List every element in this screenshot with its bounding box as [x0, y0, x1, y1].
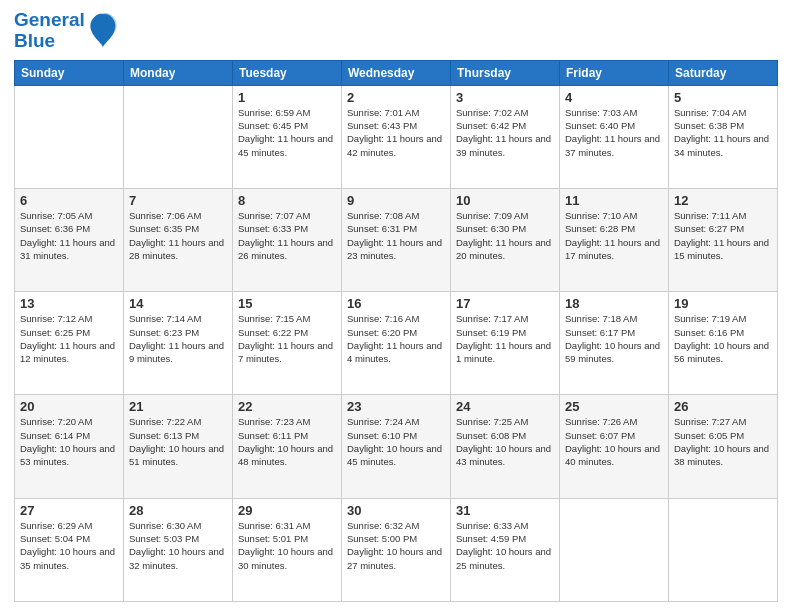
day-info: Sunrise: 7:05 AM Sunset: 6:36 PM Dayligh…	[20, 209, 118, 262]
logo: General Blue	[14, 10, 119, 52]
day-number: 16	[347, 296, 445, 311]
calendar-empty-cell	[124, 85, 233, 188]
calendar-week-row: 20Sunrise: 7:20 AM Sunset: 6:14 PM Dayli…	[15, 395, 778, 498]
calendar-day-cell: 16Sunrise: 7:16 AM Sunset: 6:20 PM Dayli…	[342, 292, 451, 395]
day-number: 7	[129, 193, 227, 208]
logo-general: General	[14, 10, 85, 31]
day-number: 6	[20, 193, 118, 208]
day-number: 31	[456, 503, 554, 518]
day-info: Sunrise: 7:03 AM Sunset: 6:40 PM Dayligh…	[565, 106, 663, 159]
day-info: Sunrise: 7:01 AM Sunset: 6:43 PM Dayligh…	[347, 106, 445, 159]
calendar-day-cell: 7Sunrise: 7:06 AM Sunset: 6:35 PM Daylig…	[124, 189, 233, 292]
day-number: 11	[565, 193, 663, 208]
calendar-header-row: SundayMondayTuesdayWednesdayThursdayFrid…	[15, 60, 778, 85]
day-number: 26	[674, 399, 772, 414]
day-info: Sunrise: 7:19 AM Sunset: 6:16 PM Dayligh…	[674, 312, 772, 365]
day-info: Sunrise: 7:08 AM Sunset: 6:31 PM Dayligh…	[347, 209, 445, 262]
day-number: 1	[238, 90, 336, 105]
day-number: 24	[456, 399, 554, 414]
calendar-day-cell: 12Sunrise: 7:11 AM Sunset: 6:27 PM Dayli…	[669, 189, 778, 292]
calendar-empty-cell	[15, 85, 124, 188]
page-header: General Blue	[14, 10, 778, 52]
calendar-day-cell: 8Sunrise: 7:07 AM Sunset: 6:33 PM Daylig…	[233, 189, 342, 292]
day-number: 17	[456, 296, 554, 311]
day-info: Sunrise: 6:33 AM Sunset: 4:59 PM Dayligh…	[456, 519, 554, 572]
calendar-day-cell: 21Sunrise: 7:22 AM Sunset: 6:13 PM Dayli…	[124, 395, 233, 498]
calendar-day-header: Sunday	[15, 60, 124, 85]
calendar-day-cell: 9Sunrise: 7:08 AM Sunset: 6:31 PM Daylig…	[342, 189, 451, 292]
day-number: 3	[456, 90, 554, 105]
day-info: Sunrise: 6:32 AM Sunset: 5:00 PM Dayligh…	[347, 519, 445, 572]
calendar-empty-cell	[560, 498, 669, 601]
calendar-day-cell: 11Sunrise: 7:10 AM Sunset: 6:28 PM Dayli…	[560, 189, 669, 292]
day-number: 5	[674, 90, 772, 105]
calendar-table: SundayMondayTuesdayWednesdayThursdayFrid…	[14, 60, 778, 602]
calendar-day-cell: 18Sunrise: 7:18 AM Sunset: 6:17 PM Dayli…	[560, 292, 669, 395]
calendar-day-header: Tuesday	[233, 60, 342, 85]
day-number: 30	[347, 503, 445, 518]
day-number: 13	[20, 296, 118, 311]
day-info: Sunrise: 7:14 AM Sunset: 6:23 PM Dayligh…	[129, 312, 227, 365]
day-number: 22	[238, 399, 336, 414]
calendar-day-cell: 28Sunrise: 6:30 AM Sunset: 5:03 PM Dayli…	[124, 498, 233, 601]
calendar-day-cell: 20Sunrise: 7:20 AM Sunset: 6:14 PM Dayli…	[15, 395, 124, 498]
day-info: Sunrise: 6:29 AM Sunset: 5:04 PM Dayligh…	[20, 519, 118, 572]
logo-icon	[87, 12, 119, 50]
day-number: 14	[129, 296, 227, 311]
day-number: 10	[456, 193, 554, 208]
day-info: Sunrise: 6:59 AM Sunset: 6:45 PM Dayligh…	[238, 106, 336, 159]
day-number: 29	[238, 503, 336, 518]
calendar-day-cell: 17Sunrise: 7:17 AM Sunset: 6:19 PM Dayli…	[451, 292, 560, 395]
day-info: Sunrise: 7:20 AM Sunset: 6:14 PM Dayligh…	[20, 415, 118, 468]
calendar-day-header: Monday	[124, 60, 233, 85]
day-number: 8	[238, 193, 336, 208]
calendar-week-row: 6Sunrise: 7:05 AM Sunset: 6:36 PM Daylig…	[15, 189, 778, 292]
day-number: 9	[347, 193, 445, 208]
calendar-week-row: 27Sunrise: 6:29 AM Sunset: 5:04 PM Dayli…	[15, 498, 778, 601]
day-number: 4	[565, 90, 663, 105]
calendar-day-cell: 24Sunrise: 7:25 AM Sunset: 6:08 PM Dayli…	[451, 395, 560, 498]
day-info: Sunrise: 7:09 AM Sunset: 6:30 PM Dayligh…	[456, 209, 554, 262]
calendar-day-cell: 10Sunrise: 7:09 AM Sunset: 6:30 PM Dayli…	[451, 189, 560, 292]
day-number: 21	[129, 399, 227, 414]
day-info: Sunrise: 7:17 AM Sunset: 6:19 PM Dayligh…	[456, 312, 554, 365]
calendar-day-cell: 14Sunrise: 7:14 AM Sunset: 6:23 PM Dayli…	[124, 292, 233, 395]
calendar-day-header: Thursday	[451, 60, 560, 85]
day-info: Sunrise: 7:23 AM Sunset: 6:11 PM Dayligh…	[238, 415, 336, 468]
day-number: 28	[129, 503, 227, 518]
calendar-day-cell: 5Sunrise: 7:04 AM Sunset: 6:38 PM Daylig…	[669, 85, 778, 188]
day-number: 25	[565, 399, 663, 414]
calendar-day-header: Saturday	[669, 60, 778, 85]
day-number: 12	[674, 193, 772, 208]
calendar-day-cell: 29Sunrise: 6:31 AM Sunset: 5:01 PM Dayli…	[233, 498, 342, 601]
day-info: Sunrise: 7:07 AM Sunset: 6:33 PM Dayligh…	[238, 209, 336, 262]
calendar-day-cell: 1Sunrise: 6:59 AM Sunset: 6:45 PM Daylig…	[233, 85, 342, 188]
day-info: Sunrise: 7:02 AM Sunset: 6:42 PM Dayligh…	[456, 106, 554, 159]
day-number: 2	[347, 90, 445, 105]
calendar-day-cell: 4Sunrise: 7:03 AM Sunset: 6:40 PM Daylig…	[560, 85, 669, 188]
calendar-empty-cell	[669, 498, 778, 601]
day-info: Sunrise: 6:31 AM Sunset: 5:01 PM Dayligh…	[238, 519, 336, 572]
calendar-day-cell: 3Sunrise: 7:02 AM Sunset: 6:42 PM Daylig…	[451, 85, 560, 188]
day-number: 19	[674, 296, 772, 311]
logo-blue: Blue	[14, 31, 85, 52]
calendar-day-cell: 23Sunrise: 7:24 AM Sunset: 6:10 PM Dayli…	[342, 395, 451, 498]
day-info: Sunrise: 7:11 AM Sunset: 6:27 PM Dayligh…	[674, 209, 772, 262]
day-info: Sunrise: 7:25 AM Sunset: 6:08 PM Dayligh…	[456, 415, 554, 468]
day-info: Sunrise: 7:27 AM Sunset: 6:05 PM Dayligh…	[674, 415, 772, 468]
calendar-day-header: Wednesday	[342, 60, 451, 85]
calendar-day-cell: 19Sunrise: 7:19 AM Sunset: 6:16 PM Dayli…	[669, 292, 778, 395]
calendar-day-cell: 2Sunrise: 7:01 AM Sunset: 6:43 PM Daylig…	[342, 85, 451, 188]
calendar-day-cell: 31Sunrise: 6:33 AM Sunset: 4:59 PM Dayli…	[451, 498, 560, 601]
calendar-day-header: Friday	[560, 60, 669, 85]
day-number: 18	[565, 296, 663, 311]
calendar-day-cell: 6Sunrise: 7:05 AM Sunset: 6:36 PM Daylig…	[15, 189, 124, 292]
day-info: Sunrise: 7:24 AM Sunset: 6:10 PM Dayligh…	[347, 415, 445, 468]
day-number: 15	[238, 296, 336, 311]
calendar-day-cell: 30Sunrise: 6:32 AM Sunset: 5:00 PM Dayli…	[342, 498, 451, 601]
calendar-day-cell: 25Sunrise: 7:26 AM Sunset: 6:07 PM Dayli…	[560, 395, 669, 498]
logo-container: General Blue	[14, 10, 119, 52]
day-info: Sunrise: 7:18 AM Sunset: 6:17 PM Dayligh…	[565, 312, 663, 365]
day-info: Sunrise: 7:16 AM Sunset: 6:20 PM Dayligh…	[347, 312, 445, 365]
calendar-day-cell: 13Sunrise: 7:12 AM Sunset: 6:25 PM Dayli…	[15, 292, 124, 395]
